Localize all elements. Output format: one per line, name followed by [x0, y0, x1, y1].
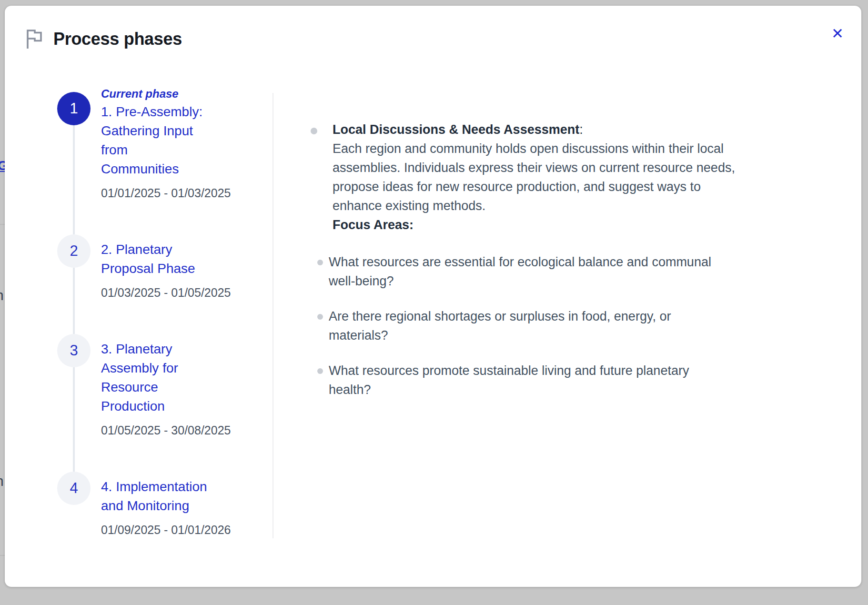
step-circle-1[interactable]: 1: [57, 92, 91, 125]
focus-item-text: What resources are essential for ecologi…: [329, 252, 711, 291]
phase-dates: 01/03/2025 - 01/05/2025: [101, 286, 231, 300]
bullet-icon: [317, 314, 323, 320]
focus-list-item: Are there regional shortages or surpluse…: [311, 307, 739, 345]
timeline-rail: 2: [57, 234, 91, 334]
detail-heading: Local Discussions & Needs Assessment: [333, 122, 579, 137]
phase-dates: 01/05/2025 - 30/08/2025: [101, 424, 231, 437]
detail-lead-text: Local Discussions & Needs Assessment: Ea…: [333, 120, 735, 234]
phase-body: Current phase 1. Pre-Assembly: Gathering…: [91, 87, 231, 234]
timeline-rail: 1: [57, 87, 91, 234]
bullet-icon: [317, 260, 323, 265]
detail-paragraph: Each region and community holds open dis…: [333, 139, 735, 215]
step-circle-3[interactable]: 3: [57, 334, 91, 367]
phase-body: 4. Implementation and Monitoring 01/09/2…: [91, 472, 231, 571]
phase-item-2: 2 2. Planetary Proposal Phase 01/03/2025…: [57, 234, 273, 334]
phase-title-link[interactable]: 3. Planetary Assembly for Resource Produ…: [101, 340, 231, 416]
step-circle-2[interactable]: 2: [57, 234, 91, 268]
phase-title-link[interactable]: 4. Implementation and Monitoring: [101, 477, 231, 515]
timeline-rail: 4: [57, 472, 91, 571]
background-text-fragment: n: [0, 287, 4, 303]
step-circle-4[interactable]: 4: [57, 472, 91, 505]
focus-item-text: Are there regional shortages or surpluse…: [329, 307, 671, 345]
phase-dates: 01/09/2025 - 01/01/2026: [101, 523, 231, 537]
phase-dates: 01/01/2025 - 01/03/2025: [101, 186, 231, 200]
focus-list-item: What resources promote sustainable livin…: [311, 361, 739, 399]
modal-header: Process phases: [25, 29, 182, 50]
detail-heading-colon: :: [579, 122, 583, 137]
modal-title: Process phases: [53, 29, 182, 49]
background-text-fragment: n: [0, 473, 4, 489]
phase-timeline: 1 Current phase 1. Pre-Assembly: Gatheri…: [57, 87, 273, 571]
phase-item-1: 1 Current phase 1. Pre-Assembly: Gatheri…: [57, 87, 273, 234]
phase-detail-panel: Local Discussions & Needs Assessment: Ea…: [311, 120, 739, 415]
focus-areas-label: Focus Areas:: [333, 215, 735, 234]
current-phase-badge: Current phase: [101, 87, 231, 101]
close-icon[interactable]: ✕: [827, 23, 848, 44]
phase-body: 2. Planetary Proposal Phase 01/03/2025 -…: [91, 234, 231, 334]
process-phases-modal: Process phases ✕ 1 Current phase 1. Pre-…: [5, 6, 861, 587]
bullet-icon: [311, 128, 317, 134]
detail-lead-item: Local Discussions & Needs Assessment: Ea…: [311, 120, 739, 234]
background-link-fragment: G: [0, 158, 5, 173]
flag-icon: [25, 29, 44, 50]
phase-title-link[interactable]: 2. Planetary Proposal Phase: [101, 240, 231, 278]
bullet-icon: [317, 368, 323, 374]
focus-item-text: What resources promote sustainable livin…: [329, 361, 689, 399]
phase-item-3: 3 3. Planetary Assembly for Resource Pro…: [57, 334, 273, 472]
phase-item-4: 4 4. Implementation and Monitoring 01/09…: [57, 472, 273, 571]
focus-list-item: What resources are essential for ecologi…: [311, 252, 739, 291]
timeline-connector: [73, 268, 75, 334]
sidebar-content-divider: [273, 93, 273, 538]
phase-body: 3. Planetary Assembly for Resource Produ…: [91, 334, 231, 472]
background-divider: [0, 224, 5, 225]
focus-areas-list: What resources are essential for ecologi…: [311, 252, 739, 399]
background-divider: [0, 555, 5, 556]
timeline-connector: [73, 367, 75, 472]
timeline-rail: 3: [57, 334, 91, 472]
phase-title-link[interactable]: 1. Pre-Assembly: Gathering Input from Co…: [101, 102, 231, 179]
background-page-strip: G n n: [0, 0, 5, 605]
timeline-connector: [73, 125, 75, 234]
